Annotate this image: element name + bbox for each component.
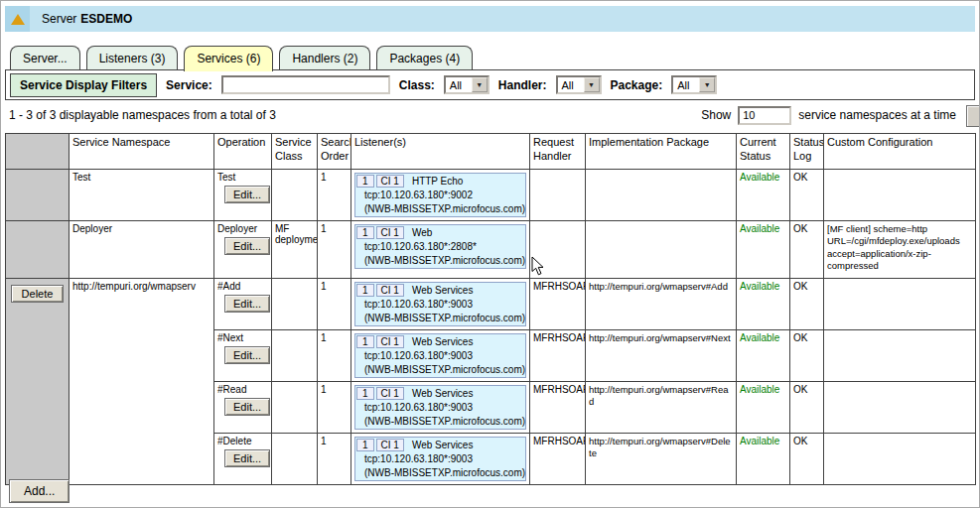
tab-packages[interactable]: Packages (4) <box>376 46 473 69</box>
listener-title-row: 1 CI 1 Web Services <box>355 334 525 349</box>
listener-channel: CI 1 <box>376 335 404 348</box>
namespace-cell: http://tempuri.org/wmapserv <box>70 279 214 485</box>
listener-index: 1 <box>356 284 374 297</box>
column-header-action <box>6 134 70 170</box>
filter-bar: Service Display Filters Service: Class: … <box>5 69 975 100</box>
tab-server[interactable]: Server... <box>10 46 80 69</box>
listener-address: tcp:10.120.63.180*:9003 <box>355 298 525 312</box>
edit-button[interactable]: Edit... <box>224 237 270 255</box>
class-filter-select[interactable]: All ▼ <box>444 75 490 94</box>
edit-button[interactable]: Edit... <box>224 186 270 203</box>
column-header-custom-configuration: Custom Configuration <box>824 134 976 170</box>
listener-box: 1 CI 1 Web Services tcp:10.120.63.180*:9… <box>354 333 526 378</box>
collapse-section-button[interactable] <box>5 6 30 32</box>
operation-name: #Read <box>217 384 268 395</box>
status-log-cell: OK <box>790 330 824 382</box>
listener-host: (NWB-MBISSETXP.microfocus.com) <box>355 254 525 268</box>
current-status-cell: Available <box>737 330 790 382</box>
listener-title-row: 1 CI 1 HTTP Echo <box>355 174 525 189</box>
service-filter-input[interactable] <box>221 75 390 94</box>
table-header-row: Service Namespace Operation Service Clas… <box>6 134 976 170</box>
search-order-cell: 1 <box>318 170 351 221</box>
listener-host: (NWB-MBISSETXP.microfocus.com) <box>355 202 525 216</box>
operation-name: Deployer <box>217 223 268 234</box>
listener-title-row: 1 CI 1 Web <box>355 225 525 240</box>
package-filter-select[interactable]: All ▼ <box>671 75 717 94</box>
tab-services[interactable]: Services (6) <box>184 46 273 71</box>
listener-cell: 1 CI 1 Web Services tcp:10.120.63.180*:9… <box>351 330 530 382</box>
column-header-current-status: Current Status <box>737 134 790 170</box>
edit-button[interactable]: Edit... <box>224 295 270 313</box>
listener-name: Web <box>408 227 436 238</box>
class-filter-value: All <box>446 79 472 91</box>
edit-button[interactable]: Edit... <box>224 449 270 467</box>
listener-cell: 1 CI 1 Web Services tcp:10.120.63.180*:9… <box>351 382 530 434</box>
listener-name: Web Services <box>408 440 478 450</box>
tab-handlers[interactable]: Handlers (2) <box>279 46 370 69</box>
implementation-package-cell <box>586 170 737 221</box>
listener-cell: 1 CI 1 Web tcp:10.120.63.180*:2808* (NWB… <box>351 221 530 279</box>
services-table: Service Namespace Operation Service Clas… <box>5 133 976 485</box>
chevron-down-icon: ▼ <box>472 77 488 92</box>
request-handler-cell: MFRHSOAP <box>530 330 586 382</box>
listener-title-row: 1 CI 1 Web Services <box>355 438 525 452</box>
chevron-down-icon: ▼ <box>699 77 715 92</box>
delete-button[interactable]: Delete <box>11 285 65 303</box>
implementation-package-cell: http://tempuri.org/wmapserv#Next <box>586 330 737 382</box>
listener-channel: CI 1 <box>376 175 404 188</box>
search-order-cell: 1 <box>318 434 351 485</box>
custom-configuration-cell: [MF client] scheme=http URL=/cgi/mfdeplo… <box>824 221 976 279</box>
page-size-control: Show service namespaces at a time <box>701 106 956 125</box>
service-class-cell <box>272 382 318 434</box>
table-row: Deployer Deployer Edit... MF deployment … <box>6 221 976 279</box>
apply-page-size-button[interactable] <box>966 105 980 127</box>
listener-title-row: 1 CI 1 Web Services <box>355 283 525 298</box>
tab-listeners[interactable]: Listeners (3) <box>86 46 179 69</box>
listener-index: 1 <box>356 387 374 400</box>
request-handler-cell: MFRHSOAP <box>530 434 586 485</box>
operation-name: #Next <box>217 332 268 343</box>
service-filter-label: Service: <box>166 78 212 92</box>
current-status-cell: Available <box>737 170 790 221</box>
server-name: ESDEMO <box>80 12 132 26</box>
listener-channel: CI 1 <box>376 439 404 451</box>
server-header-bar: ServerESDEMO <box>5 6 975 32</box>
column-header-implementation-package: Implementation Package <box>586 134 737 170</box>
listener-index: 1 <box>356 335 374 348</box>
chevron-down-icon: ▼ <box>584 77 600 92</box>
edit-button[interactable]: Edit... <box>224 346 270 364</box>
listener-box: 1 CI 1 Web Services tcp:10.120.63.180*:9… <box>354 385 526 430</box>
listener-name: Web Services <box>408 388 478 399</box>
listener-title-row: 1 CI 1 Web Services <box>355 386 525 401</box>
operation-cell: #Delete Edit... <box>214 434 272 485</box>
search-order-cell: 1 <box>318 382 351 434</box>
listener-box: 1 CI 1 HTTP Echo tcp:10.120.63.180*:9002… <box>354 173 526 217</box>
triangle-up-icon <box>11 14 25 25</box>
listener-host: (NWB-MBISSETXP.microfocus.com) <box>355 415 525 429</box>
implementation-package-cell: http://tempuri.org/wmapserv#Add <box>586 279 737 330</box>
show-label: Show <box>701 108 731 122</box>
action-cell <box>6 221 70 279</box>
current-status-cell: Available <box>737 382 790 434</box>
add-service-button[interactable]: Add... <box>9 479 70 503</box>
column-header-service-namespace: Service Namespace <box>70 134 214 170</box>
implementation-package-cell <box>586 221 737 279</box>
listener-cell: 1 CI 1 HTTP Echo tcp:10.120.63.180*:9002… <box>351 170 530 221</box>
tab-bar: Server... Listeners (3) Services (6) Han… <box>10 46 473 72</box>
page-size-input[interactable] <box>738 106 791 125</box>
handler-filter-select[interactable]: All ▼ <box>556 75 602 94</box>
table-row: Test Test Edit... 1 1 CI 1 HTTP Echo tcp… <box>6 170 976 221</box>
results-summary: 1 - 3 of 3 displayable namespaces from a… <box>9 108 276 122</box>
listener-index: 1 <box>356 439 374 451</box>
search-order-cell: 1 <box>318 279 351 330</box>
operation-cell: #Read Edit... <box>214 382 272 434</box>
edit-button[interactable]: Edit... <box>224 398 270 416</box>
listener-index: 1 <box>356 226 374 239</box>
listener-name: Web Services <box>408 285 478 296</box>
listener-box: 1 CI 1 Web tcp:10.120.63.180*:2808* (NWB… <box>354 224 526 269</box>
column-header-listeners: Listener(s) <box>351 134 530 170</box>
package-filter-value: All <box>673 79 699 91</box>
search-order-cell: 1 <box>318 221 351 279</box>
mouse-cursor <box>531 256 545 277</box>
column-header-service-class: Service Class <box>272 134 318 170</box>
